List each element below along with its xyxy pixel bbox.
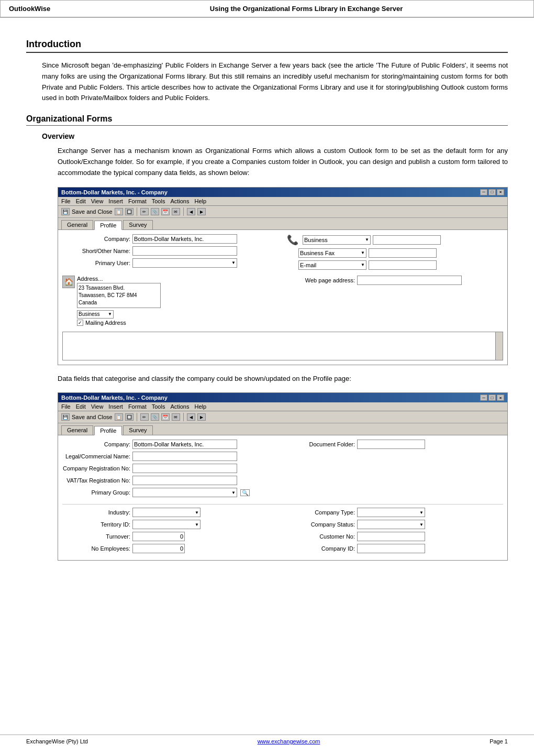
tab-survey-2[interactable]: Survey xyxy=(123,425,152,435)
vat-tax-input-2[interactable] xyxy=(132,476,237,485)
company-id-row-2: Company ID: xyxy=(287,544,503,553)
minimize-btn-2[interactable]: ─ xyxy=(480,395,487,401)
primary-user-label-1: Primary User: xyxy=(62,260,130,266)
overview-subsection: Overview Exchange Server has a mechanism… xyxy=(42,132,508,561)
company-id-input-2[interactable] xyxy=(357,544,425,553)
toolbar-icon-a7: ◀ xyxy=(187,208,195,215)
business-fax-dropdown-1[interactable]: Business Fax ▼ xyxy=(298,248,366,258)
customer-no-input-2[interactable] xyxy=(357,532,425,541)
address-btn-1[interactable]: Address... xyxy=(77,276,161,282)
customer-no-label-2: Customer No: xyxy=(287,533,355,540)
overview-body: Exchange Server has a mechanism known as… xyxy=(58,146,508,178)
menu-format-1[interactable]: Format xyxy=(128,198,147,204)
turnover-input-2[interactable] xyxy=(132,532,185,541)
business-row-1: 📞 Business ▼ xyxy=(287,234,503,246)
company-id-label-2: Company ID: xyxy=(287,545,355,552)
address-col-right-1: Web page address: xyxy=(287,276,503,328)
menu-tools-1[interactable]: Tools xyxy=(152,198,165,204)
toolbar-icon-a3: ✏ xyxy=(140,208,149,215)
minimize-btn-1[interactable]: ─ xyxy=(480,189,487,195)
form-columns-1: Company: Short/Other Name: Primary User: xyxy=(62,234,503,272)
email-input-1[interactable] xyxy=(369,260,437,270)
company-label-1: Company: xyxy=(62,236,130,242)
menu-file-2[interactable]: File xyxy=(61,403,71,410)
toolbar-icon-b1: 📋 xyxy=(115,413,123,421)
header-left: OutlookWise xyxy=(9,5,87,13)
company-status-dropdown-2[interactable]: ▼ xyxy=(357,520,425,529)
menu-file-1[interactable]: File xyxy=(61,198,71,204)
company-type-dropdown-2[interactable]: ▼ xyxy=(357,508,425,517)
tab-profile-1[interactable]: Profile xyxy=(94,221,122,230)
menu-view-2[interactable]: View xyxy=(91,403,104,410)
scrollbar-1[interactable] xyxy=(495,332,503,360)
restore-btn-1[interactable]: □ xyxy=(488,189,496,195)
company-reg-row-2: Company Registration No: xyxy=(62,464,279,473)
email-label-1: E-mail xyxy=(300,262,316,268)
close-btn-1[interactable]: × xyxy=(497,189,504,195)
primary-user-row-1: Primary User: ▼ xyxy=(62,258,279,268)
business-fax-input-1[interactable] xyxy=(369,248,437,258)
save-close-btn-2[interactable]: Save and Close xyxy=(72,414,113,420)
menu-help-1[interactable]: Help xyxy=(194,198,206,204)
address-columns-1: 🏠 Address... 23 Tsawassen Blvd.Tsawassen… xyxy=(62,276,503,328)
win-titlebar-1: Bottom-Dollar Markets, Inc. - Company ─ … xyxy=(58,188,507,197)
toolbar-icon-b5: 📅 xyxy=(161,413,170,421)
industry-dropdown-2[interactable]: ▼ xyxy=(132,508,201,517)
document-folder-input-2[interactable] xyxy=(357,440,425,449)
toolbar-icon-b3: ✏ xyxy=(140,413,149,421)
menu-edit-2[interactable]: Edit xyxy=(76,403,86,410)
win-body-2: Company: Legal/Commercial Name: Company … xyxy=(58,435,507,560)
company-input-1[interactable] xyxy=(132,234,237,244)
menu-format-2[interactable]: Format xyxy=(128,403,147,410)
web-page-input-1[interactable] xyxy=(357,276,462,285)
web-page-row-1: Web page address: xyxy=(287,276,503,285)
close-btn-2[interactable]: × xyxy=(497,395,504,401)
tab-survey-1[interactable]: Survey xyxy=(123,220,152,229)
menu-insert-2[interactable]: Insert xyxy=(108,403,123,410)
industry-label-2: Industry: xyxy=(62,509,130,516)
short-other-input-1[interactable] xyxy=(132,246,237,256)
save-close-btn-1[interactable]: Save and Close xyxy=(72,209,113,215)
notes-area-1[interactable] xyxy=(62,332,503,360)
no-employees-input-2[interactable] xyxy=(132,544,185,553)
tab-profile-2[interactable]: Profile xyxy=(94,426,122,435)
menu-actions-2[interactable]: Actions xyxy=(170,403,189,410)
address-col-left-1: 🏠 Address... 23 Tsawassen Blvd.Tsawassen… xyxy=(62,276,279,328)
email-dropdown-1[interactable]: E-mail ▼ xyxy=(298,260,366,270)
business-phone-input-1[interactable] xyxy=(373,235,441,245)
company-input-2[interactable] xyxy=(132,440,237,449)
company-type-row-2: Company Type: ▼ xyxy=(287,508,503,517)
tab-general-2[interactable]: General xyxy=(61,425,93,435)
business-dropdown-1[interactable]: Business ▼ xyxy=(303,235,371,245)
tab-general-1[interactable]: General xyxy=(61,220,93,229)
company-reg-input-2[interactable] xyxy=(132,464,237,473)
address-text-1: 23 Tsawassen Blvd.Tsawassen, BC T2F 8M4C… xyxy=(77,283,161,308)
footer-link[interactable]: www.exchangewise.com xyxy=(258,738,320,744)
menu-actions-1[interactable]: Actions xyxy=(170,198,189,204)
primary-group-dropdown-2[interactable]: ▼ xyxy=(132,488,237,497)
mailing-checkbox-1[interactable]: ✓ xyxy=(77,320,83,326)
document-folder-label-2: Document Folder: xyxy=(287,441,355,447)
restore-btn-2[interactable]: □ xyxy=(488,395,496,401)
customer-no-row-2: Customer No: xyxy=(287,532,503,541)
primary-user-dropdown-1[interactable]: ▼ xyxy=(132,258,237,268)
email-row-1: E-mail ▼ xyxy=(287,260,503,270)
menu-tools-2[interactable]: Tools xyxy=(152,403,165,410)
turnover-label-2: Turnover: xyxy=(62,533,130,540)
toolbar-icon-a5: 📅 xyxy=(161,208,170,215)
overview-heading: Overview xyxy=(42,132,508,140)
primary-group-btn-2[interactable]: 🔍 xyxy=(240,489,250,496)
industry-row-2: Industry: ▼ xyxy=(62,508,279,517)
address-type-dropdown-1[interactable]: Business ▼ xyxy=(77,310,114,319)
between-text: Data fields that categorise and classify… xyxy=(58,374,508,385)
legal-commercial-input-2[interactable] xyxy=(132,452,237,461)
menu-edit-1[interactable]: Edit xyxy=(76,198,86,204)
territory-dropdown-2[interactable]: ▼ xyxy=(132,520,201,529)
win-controls-1: ─ □ × xyxy=(480,189,504,195)
win-toolbar-2: 💾 Save and Close 📋 🔲 ✏ 📎 📅 ✉ ◀ ▶ xyxy=(58,411,507,423)
short-other-label-1: Short/Other Name: xyxy=(62,248,130,254)
menu-view-1[interactable]: View xyxy=(91,198,104,204)
win-body-1: Company: Short/Other Name: Primary User: xyxy=(58,230,507,365)
menu-insert-1[interactable]: Insert xyxy=(108,198,123,204)
menu-help-2[interactable]: Help xyxy=(194,403,206,410)
